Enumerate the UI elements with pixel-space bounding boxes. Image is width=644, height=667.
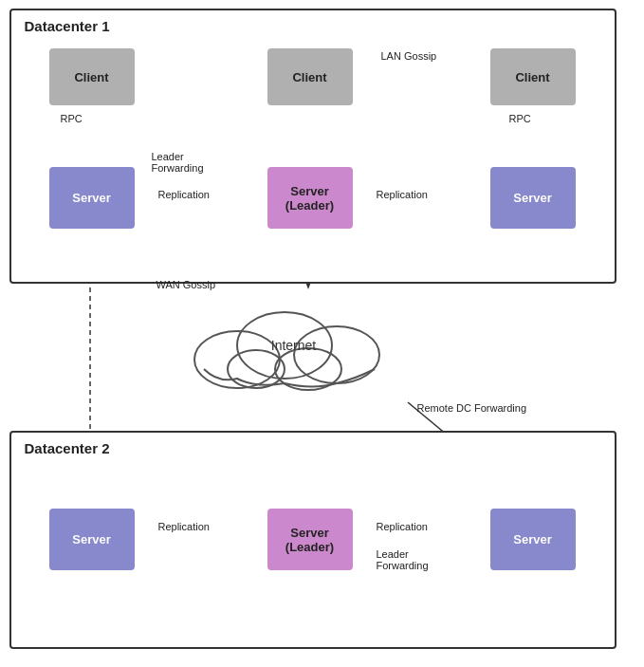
internet-label: Internet — [271, 338, 316, 353]
dc1-client1: Client — [49, 48, 135, 105]
replication-right-dc1-label: Replication — [377, 189, 428, 200]
replication-left-dc2-label: Replication — [158, 521, 210, 532]
internet-cloud: Internet — [161, 288, 427, 402]
remote-dc-forwarding-label: Remote DC Forwarding — [417, 402, 527, 414]
datacenter2-label: Datacenter 2 — [25, 440, 110, 456]
dc1-server1: Server — [49, 167, 135, 229]
dc2-server1: Server — [49, 509, 135, 570]
dc1-client3: Client — [490, 48, 576, 105]
datacenter1-box: Datacenter 1 Client Client Client Server… — [9, 9, 616, 284]
dc2-server-leader: Server (Leader) — [267, 509, 353, 570]
dc1-client2: Client — [267, 48, 353, 105]
svg-point-20 — [294, 326, 379, 383]
datacenter2-box: Datacenter 2 Server Server (Leader) Serv… — [9, 431, 616, 649]
leader-forwarding-dc2-label: LeaderForwarding — [377, 548, 429, 571]
leader-forwarding-dc1-label: LeaderForwarding — [152, 151, 204, 174]
diagram-container: Client2 dashed double arrow --> Client3 … — [9, 9, 635, 658]
rpc-left-label: RPC — [61, 113, 83, 124]
dc1-server-leader: Server (Leader) — [267, 167, 353, 229]
dc2-server2: Server — [490, 509, 576, 570]
replication-right-dc2-label: Replication — [377, 521, 428, 532]
datacenter1-label: Datacenter 1 — [25, 18, 110, 34]
rpc-right-label: RPC — [509, 113, 531, 124]
dc1-server2: Server — [490, 167, 576, 229]
lan-gossip-label: LAN Gossip — [381, 50, 437, 62]
replication-left-dc1-label: Replication — [158, 189, 210, 200]
